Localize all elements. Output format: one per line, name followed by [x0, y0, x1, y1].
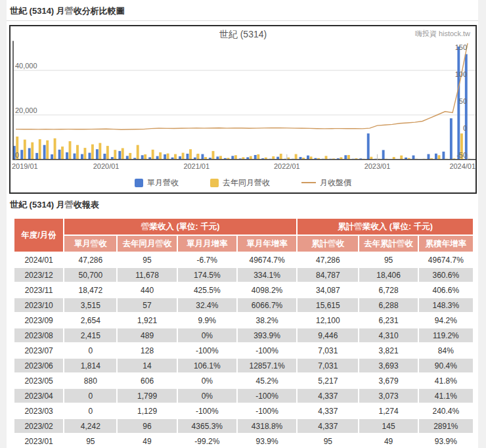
header-group-1: 營業收入 (單位: 千元): [64, 219, 296, 235]
header-sub-6: 去年累計營收: [359, 236, 417, 252]
cell-value: 7,031: [298, 359, 358, 372]
cell-value: 360.6%: [419, 268, 473, 282]
cell-value: 0: [64, 344, 116, 357]
svg-text:2019/01: 2019/01: [12, 162, 38, 170]
header-sub-3: 單月月增率: [178, 236, 236, 252]
cell-value: 1,814: [64, 359, 116, 372]
cell-value: -100%: [178, 344, 236, 357]
cell-value: 49: [359, 434, 417, 448]
svg-text:2020/01: 2020/01: [93, 162, 120, 170]
cell-value: 57: [118, 298, 176, 312]
table-row: 2023/0301,129-100%-100%4,3371,274240.4%: [14, 404, 473, 418]
svg-text:-50: -50: [456, 151, 467, 159]
cell-month: 2023/12: [14, 268, 63, 282]
cell-value: -100%: [238, 404, 296, 418]
legend-line-icon: [301, 182, 316, 183]
cell-month: 2023/01: [14, 434, 63, 448]
cell-value: 106.1%: [178, 359, 236, 372]
cell-value: 15,615: [298, 298, 358, 312]
cell-month: 2023/05: [14, 374, 63, 388]
table-row: 2023/092,6541,9219.9%38.2%12,1006,23194.…: [14, 313, 473, 327]
cell-value: 90.4%: [419, 359, 473, 372]
cell-value: 12857.1%: [238, 359, 296, 372]
cell-value: 1,129: [118, 404, 176, 418]
cell-value: 2,654: [64, 313, 116, 327]
svg-text:50: 50: [459, 97, 467, 105]
cell-value: 3,515: [64, 298, 116, 312]
header-sub-2: 去年同月營收: [118, 236, 176, 252]
cell-value: 489: [118, 328, 176, 342]
cell-value: 2891%: [419, 419, 473, 433]
cell-month: 2023/08: [14, 328, 63, 342]
cell-value: 7,031: [298, 344, 358, 357]
cell-value: 6,231: [359, 313, 417, 327]
cell-value: 96: [118, 419, 176, 433]
cell-value: 334.1%: [238, 268, 296, 282]
cell-value: 5,217: [298, 374, 358, 388]
cell-month: 2023/03: [14, 404, 63, 418]
cell-value: 49: [118, 434, 176, 448]
svg-text:0: 0: [463, 124, 467, 132]
cell-value: 94.2%: [419, 313, 473, 327]
cell-month: 2023/10: [14, 298, 63, 312]
cell-value: 50,700: [64, 268, 116, 282]
cell-value: 128: [118, 344, 176, 357]
cell-value: 93.9%: [238, 434, 296, 448]
legend-label: 去年同月營收: [223, 177, 270, 189]
cell-value: 1,274: [359, 404, 417, 418]
cell-month: 2023/06: [14, 359, 63, 372]
cell-value: 41.1%: [419, 389, 473, 403]
cell-value: -6.7%: [178, 253, 236, 267]
svg-text:40,000: 40,000: [15, 62, 37, 70]
cell-value: 95: [64, 434, 116, 448]
cell-value: 38.2%: [238, 313, 296, 327]
cell-month: 2023/04: [14, 389, 63, 403]
cell-value: 49674.7%: [419, 253, 473, 267]
legend-item-1[interactable]: 單月營收: [135, 177, 179, 189]
legend-square-icon: [210, 179, 219, 187]
cell-value: 3,821: [359, 344, 417, 357]
cell-month: 2024/01: [14, 253, 63, 267]
cell-month: 2023/11: [14, 283, 63, 297]
cell-value: 1,799: [118, 389, 176, 403]
svg-text:20,000: 20,000: [15, 106, 37, 114]
cell-value: 393.9%: [238, 328, 296, 342]
cell-value: 18,406: [359, 268, 417, 282]
cell-value: 3,693: [359, 359, 417, 372]
cell-value: 119.2%: [419, 328, 473, 342]
table-row: 2023/019549-99.2%93.9%954993.9%: [14, 434, 473, 448]
cell-value: 34,087: [298, 283, 358, 297]
svg-text:150: 150: [455, 43, 467, 51]
chart-title: 世紀 (5314): [219, 29, 267, 39]
cell-value: -100%: [238, 389, 296, 403]
cell-value: 240.4%: [419, 404, 473, 418]
legend-item-3[interactable]: 月收盤價: [301, 177, 351, 189]
cell-value: 95: [359, 253, 417, 267]
cell-value: 0: [64, 389, 116, 403]
cell-value: -100%: [178, 404, 236, 418]
cell-value: 145: [359, 419, 417, 433]
legend-label: 月收盤價: [320, 177, 351, 189]
table-row: 2023/0401,7990%-100%4,3373,07341.1%: [14, 389, 473, 403]
cell-value: 406.6%: [419, 283, 473, 297]
table-row: 2023/024,242964365.3%4318.8%4,3371452891…: [14, 419, 473, 433]
header-sub-1: 單月營收: [64, 236, 116, 252]
header-group-2: 累計營業收入 (單位: 千元): [298, 219, 473, 235]
svg-text:100: 100: [455, 70, 467, 78]
revenue-chart-svg[interactable]: 2019/012020/012021/012022/012023/012024/…: [11, 26, 475, 176]
cell-value: 0%: [178, 374, 236, 388]
cell-value: 880: [64, 374, 116, 388]
legend-item-2[interactable]: 去年同月營收: [210, 177, 270, 189]
revenue-table-body: 2024/0147,28695-6.7%49674.7%47,286954967…: [14, 253, 473, 448]
revenue-chart[interactable]: 2019/012020/012021/012022/012023/012024/…: [9, 25, 477, 194]
cell-value: 1,921: [118, 313, 176, 327]
cell-value: 174.5%: [178, 268, 236, 282]
cell-value: 3,073: [359, 389, 417, 403]
cell-month: 2023/07: [14, 344, 63, 357]
table-row: 2023/061,81414106.1%12857.1%7,0313,69390…: [14, 359, 473, 372]
cell-value: 18,472: [64, 283, 116, 297]
table-row: 2023/1250,70011,678174.5%334.1%84,78718,…: [14, 268, 473, 282]
chart-legend: 單月營收去年同月營收月收盤價: [11, 175, 475, 190]
cell-value: 4,337: [298, 404, 358, 418]
table-row: 2024/0147,28695-6.7%49674.7%47,286954967…: [14, 253, 473, 267]
